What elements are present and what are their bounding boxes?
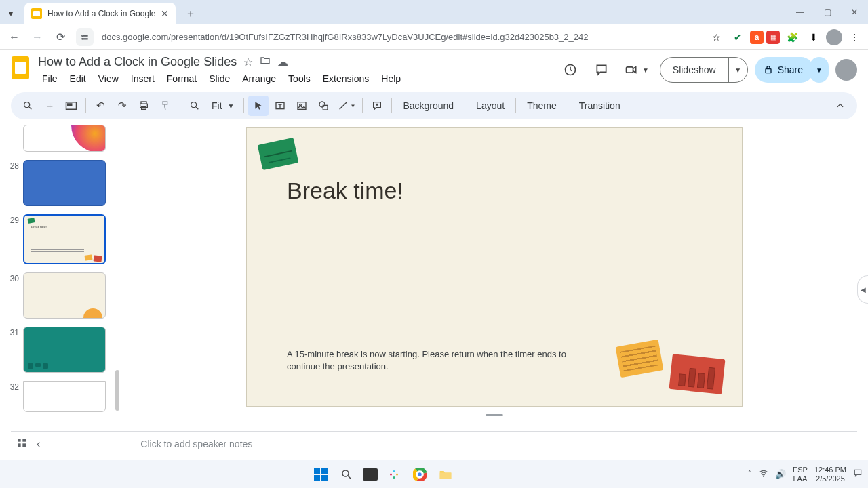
app-header: How to Add a Clock in Google Slides ☆ ☁ … [0, 50, 868, 88]
tray-wifi-icon[interactable] [759, 468, 768, 480]
chrome-menu-icon[interactable]: ⋮ [845, 28, 864, 47]
tray-language[interactable]: ESP LAA [793, 466, 808, 482]
grid-view-icon[interactable] [16, 437, 27, 451]
taskbar-app-slack[interactable] [384, 465, 403, 484]
window-minimize[interactable]: — [787, 3, 814, 22]
site-info-button[interactable] [76, 28, 94, 46]
slide-green-card-graphic[interactable] [258, 138, 299, 170]
tray-notifications-icon[interactable] [853, 468, 863, 480]
nav-reload-button[interactable]: ⟳ [50, 27, 71, 47]
window-close[interactable]: ✕ [841, 3, 868, 22]
speaker-notes-input[interactable]: Click to add speaker notes [45, 439, 857, 449]
slide-thumb-27-partial[interactable] [23, 125, 106, 152]
new-tab-button[interactable]: ＋ [181, 4, 200, 23]
slide-canvas[interactable]: Break time! A 15-minute break is now sta… [246, 127, 743, 407]
zoom-select[interactable]: Fit ▼ [206, 100, 239, 111]
tab-search-dropdown[interactable]: ▾ [0, 3, 22, 24]
slide-yellow-card-graphic[interactable] [615, 340, 663, 378]
account-avatar[interactable] [835, 59, 857, 81]
taskbar-search-icon[interactable] [337, 465, 356, 484]
cloud-status-icon[interactable]: ☁ [277, 56, 288, 68]
browser-tab-active[interactable]: How to Add a Clock in Google ✕ [24, 3, 176, 24]
side-panel-toggle[interactable]: ◀ [857, 275, 868, 304]
filmstrip[interactable]: 28 29 Break time! 30 31 [0, 119, 121, 431]
select-tool[interactable] [248, 96, 269, 116]
nav-forward-button[interactable]: → [27, 27, 47, 47]
canvas-area[interactable]: ➤ Break time! A 15-minute break is now s… [121, 119, 868, 431]
slides-logo[interactable] [8, 53, 33, 83]
tray-chevron-icon[interactable]: ˄ [747, 469, 752, 479]
menu-tools[interactable]: Tools [284, 72, 315, 85]
slide-thumb-29[interactable]: Break time! [23, 214, 106, 264]
menu-help[interactable]: Help [377, 72, 405, 85]
textbox-tool[interactable] [270, 96, 290, 116]
svg-rect-21 [18, 443, 21, 447]
transition-button[interactable]: Transition [572, 100, 627, 111]
filmstrip-scrollbar[interactable] [115, 370, 119, 411]
menu-edit[interactable]: Edit [66, 72, 90, 85]
move-folder-icon[interactable] [260, 55, 271, 68]
comment-add-button[interactable] [367, 96, 387, 116]
star-bookmark-icon[interactable]: ☆ [707, 28, 726, 47]
redo-button[interactable]: ↷ [112, 96, 132, 116]
version-history-icon[interactable] [558, 58, 583, 82]
tray-clock[interactable]: 12:46 PM 2/5/2025 [814, 466, 846, 482]
svg-rect-22 [22, 443, 26, 447]
profile-avatar-small[interactable] [826, 29, 842, 45]
downloads-icon[interactable]: ⬇ [804, 28, 823, 47]
task-view-icon[interactable] [363, 468, 378, 481]
shape-tool[interactable] [313, 96, 334, 116]
menu-slide[interactable]: Slide [205, 72, 234, 85]
layout-button[interactable]: Layout [469, 100, 511, 111]
undo-button[interactable]: ↶ [90, 96, 111, 116]
menu-arrange[interactable]: Arrange [238, 72, 280, 85]
nav-back-button[interactable]: ← [4, 27, 24, 47]
filmstrip-collapse-icon[interactable]: ‹ [37, 438, 40, 450]
comments-icon[interactable] [589, 58, 614, 82]
ext-orange-a-icon[interactable]: a [750, 30, 764, 44]
menu-view[interactable]: View [94, 72, 123, 85]
collapse-toolbar-icon[interactable] [830, 96, 850, 116]
print-button[interactable] [134, 96, 154, 116]
slide-thumb-31[interactable] [23, 327, 106, 373]
document-title[interactable]: How to Add a Clock in Google Slides [38, 55, 237, 69]
star-icon[interactable]: ☆ [243, 56, 253, 68]
taskbar-app-chrome[interactable] [410, 465, 429, 484]
thumb-29-mini-title: Break time! [31, 225, 47, 228]
menu-bar: File Edit View Insert Format Slide Arran… [38, 70, 558, 87]
search-menus-icon[interactable] [18, 96, 38, 116]
menu-extensions[interactable]: Extensions [319, 72, 373, 85]
share-dropdown[interactable]: ▼ [810, 57, 829, 83]
taskbar-app-explorer[interactable] [436, 465, 455, 484]
start-button[interactable] [311, 465, 330, 484]
slideshow-button[interactable]: Slideshow [660, 58, 728, 82]
background-button[interactable]: Background [396, 100, 460, 111]
slide-thumb-28[interactable] [23, 160, 106, 206]
slide-title-text[interactable]: Break time! [287, 178, 403, 204]
ext-red-square-icon[interactable]: ▦ [766, 30, 780, 44]
menu-insert[interactable]: Insert [127, 72, 159, 85]
menu-file[interactable]: File [38, 72, 62, 85]
share-button[interactable]: Share [755, 57, 814, 83]
tab-close-icon[interactable]: ✕ [161, 8, 169, 19]
theme-button[interactable]: Theme [520, 100, 564, 111]
meet-button[interactable]: ▼ [620, 58, 653, 82]
slide-body-text[interactable]: A 15-minute break is now starting. Pleas… [287, 348, 593, 373]
slide-thumb-32-partial[interactable] [23, 381, 106, 412]
paint-format-button[interactable] [155, 96, 176, 116]
extensions-puzzle-icon[interactable]: 🧩 [783, 28, 802, 47]
slide-thumb-30[interactable] [23, 272, 106, 319]
window-maximize[interactable]: ▢ [814, 3, 841, 22]
new-slide-with-layout-button[interactable] [61, 96, 81, 116]
slide-red-card-graphic[interactable] [669, 354, 725, 394]
slideshow-dropdown[interactable]: ▼ [728, 58, 747, 82]
ext-checkmark-icon[interactable]: ✔ [728, 28, 747, 47]
line-tool[interactable]: ▼ [335, 96, 358, 116]
url-text[interactable]: docs.google.com/presentation/d/19OtFufsI… [99, 32, 704, 42]
zoom-button[interactable] [184, 96, 205, 116]
image-tool[interactable] [292, 96, 312, 116]
new-slide-button[interactable]: ＋ [39, 96, 60, 116]
tray-volume-icon[interactable]: 🔊 [775, 469, 786, 479]
notes-resize-handle[interactable] [486, 414, 503, 416]
menu-format[interactable]: Format [163, 72, 201, 85]
